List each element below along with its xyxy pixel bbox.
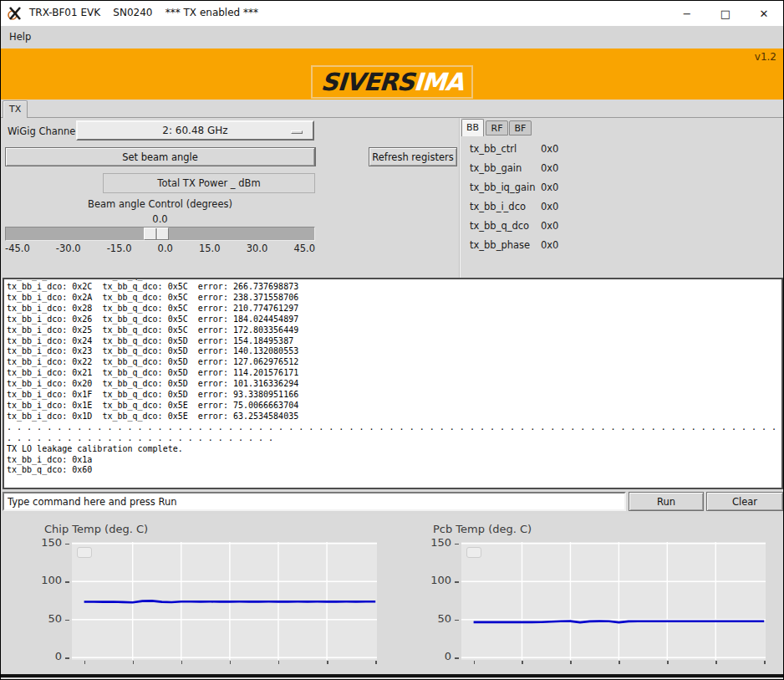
- tab-rf[interactable]: RF: [486, 120, 508, 135]
- tab-bb[interactable]: BB: [461, 119, 484, 136]
- chip-temp-chart: Chip Temp (deg. C) 050100150: [1, 514, 393, 677]
- run-button[interactable]: Run: [629, 492, 704, 511]
- legend-box: [466, 547, 481, 558]
- x-axis-tick: [619, 661, 620, 664]
- pcb-temp-chart: Pcb Temp (deg. C) 050100150: [393, 514, 784, 677]
- x-axis-tick: [327, 661, 328, 664]
- refresh-registers-button[interactable]: Refresh registers: [369, 147, 457, 166]
- y-axis-label: 50: [401, 612, 451, 625]
- beam-tick: 45.0: [293, 243, 315, 254]
- beam-tick: 30.0: [247, 243, 268, 254]
- pcb-temp-plot: [461, 542, 766, 660]
- logo-text-sivers: SIVERS: [320, 68, 415, 96]
- register-name: tx_bb_phase: [470, 239, 530, 251]
- console-output[interactable]: tx_bb_i_dco: 0x2E tx_bb_q_dco: 0x5C erro…: [3, 278, 783, 489]
- x-axis-tick: [375, 661, 377, 664]
- beam-angle-value: 0.0: [5, 213, 315, 225]
- register-row: tx_bb_gain0x0: [460, 159, 783, 178]
- register-name: tx_bb_gain: [470, 162, 522, 174]
- register-row: tx_bb_iq_gain0x0: [460, 178, 783, 197]
- command-input[interactable]: [3, 492, 626, 511]
- x-axis-tick: [230, 661, 232, 664]
- maximize-button[interactable]: □: [706, 1, 745, 26]
- y-axis-label: 0: [12, 650, 62, 662]
- register-value: 0x0: [541, 182, 558, 193]
- dropdown-indicator-icon: [291, 130, 303, 134]
- beam-angle-title: Beam angle Control (degrees): [5, 198, 315, 210]
- register-row: tx_bb_ctrl0x0: [460, 140, 783, 159]
- register-notebook: BB RF BF tx_bb_ctrl0x0tx_bb_gain0x0tx_bb…: [459, 118, 783, 278]
- series-chip_temp: [84, 601, 376, 602]
- title-bar: TRX-BF01 EVK SN0240 *** TX enabled *** −…: [1, 1, 783, 26]
- pcb-temp-title: Pcb Temp (deg. C): [433, 523, 532, 535]
- y-axis-label: 50: [12, 612, 62, 625]
- wigig-channel-value: 2: 60.48 GHz: [162, 125, 227, 136]
- logo-text-ima: IMA: [413, 68, 464, 96]
- x-axis-tick: [474, 661, 476, 664]
- y-axis-label: 0: [401, 650, 451, 662]
- register-value: 0x0: [541, 162, 558, 174]
- minimize-button[interactable]: −: [668, 1, 706, 26]
- x-axis-tick: [764, 661, 766, 664]
- register-value: 0x0: [541, 143, 558, 155]
- register-name: tx_bb_iq_gain: [470, 182, 536, 193]
- y-axis-label: 100: [12, 574, 62, 586]
- window-title: TRX-BF01 EVK SN0240 *** TX enabled ***: [29, 7, 258, 18]
- x-axis-tick: [715, 661, 717, 664]
- beam-tick: -45.0: [5, 243, 30, 254]
- menu-help[interactable]: Help: [9, 31, 31, 43]
- x-axis-tick: [278, 661, 280, 664]
- series-pcb_temp: [474, 621, 765, 623]
- register-row: tx_bb_phase0x0: [460, 236, 783, 255]
- close-button[interactable]: ✕: [745, 1, 783, 26]
- y-axis-tick: [65, 544, 69, 545]
- x-axis-tick: [84, 661, 86, 664]
- beam-tick: 0.0: [158, 243, 173, 254]
- brand-banner: v1.2 SIVERSIMA: [1, 49, 783, 100]
- tx-panel: WiGig Channel: 2: 60.48 GHz Reset TRX-BF…: [1, 118, 783, 278]
- register-list: tx_bb_ctrl0x0tx_bb_gain0x0tx_bb_iq_gain0…: [460, 136, 783, 278]
- beam-angle-slider[interactable]: [5, 227, 315, 241]
- set-beam-angle-button[interactable]: Set beam angle: [5, 147, 315, 166]
- y-axis-tick: [455, 544, 459, 545]
- clear-button[interactable]: Clear: [706, 492, 783, 511]
- x-axis-tick: [570, 661, 572, 664]
- chart-canvas: [72, 542, 377, 660]
- register-name: tx_bb_ctrl: [470, 143, 517, 155]
- console-text: tx_bb_i_dco: 0x2C tx_bb_q_dco: 0x5C erro…: [4, 282, 781, 476]
- tab-tx[interactable]: TX: [3, 100, 28, 119]
- y-axis-label: 150: [12, 536, 62, 549]
- beam-angle-slider-handle[interactable]: [144, 228, 169, 240]
- register-name: tx_bb_q_dco: [470, 220, 529, 232]
- chip-temp-plot: [72, 542, 377, 660]
- y-axis-label: 150: [401, 536, 451, 549]
- beam-tick: -30.0: [56, 243, 81, 254]
- beam-angle-tick-labels: -45.0 -30.0 -15.0 0.0 15.0 30.0 45.0: [5, 243, 315, 254]
- register-value: 0x0: [541, 201, 558, 212]
- y-axis-tick: [65, 657, 69, 659]
- menu-bar: Help: [1, 26, 783, 49]
- register-value: 0x0: [541, 220, 558, 232]
- tab-bf[interactable]: BF: [509, 120, 532, 135]
- x-axis-tick: [133, 661, 135, 664]
- main-tab-strip: TX: [1, 100, 783, 118]
- app-logo-icon: [8, 6, 23, 21]
- register-row: tx_bb_q_dco0x0: [460, 217, 783, 236]
- y-axis-label: 100: [401, 574, 451, 586]
- wigig-channel-label: WiGig Channel:: [8, 125, 81, 137]
- y-axis-tick: [455, 657, 459, 659]
- register-value: 0x0: [541, 239, 558, 251]
- beam-tick: -15.0: [107, 243, 132, 254]
- x-axis-tick: [522, 661, 523, 664]
- legend-box: [77, 547, 92, 558]
- y-axis-tick: [65, 581, 69, 583]
- wigig-channel-dropdown[interactable]: 2: 60.48 GHz: [76, 120, 314, 141]
- register-name: tx_bb_i_dco: [470, 201, 526, 212]
- siversima-logo: SIVERSIMA: [311, 65, 473, 99]
- x-axis-tick: [181, 661, 183, 664]
- version-label: v1.2: [755, 51, 776, 63]
- y-axis-tick: [65, 620, 69, 621]
- total-tx-power-label: Total TX Power _ dBm: [103, 173, 315, 193]
- temperature-charts: Chip Temp (deg. C) 050100150 Pcb Temp (d…: [1, 514, 783, 677]
- y-axis-tick: [455, 620, 459, 621]
